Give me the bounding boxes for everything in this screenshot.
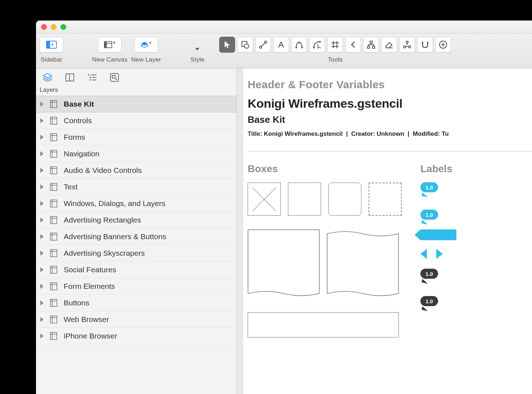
layer-row[interactable]: Advertising Skyscrapers (36, 245, 236, 261)
line-icon (259, 40, 267, 49)
text-tool[interactable] (273, 37, 289, 53)
layers-tab[interactable] (42, 72, 53, 82)
shape-tool[interactable] (237, 37, 253, 53)
box-placeholder-crossed[interactable] (248, 183, 281, 216)
layer-name: Base Kit (64, 100, 94, 108)
layer-name: Social Features (64, 265, 116, 274)
meta-title-value: Konigi Wireframes.gstencil (264, 130, 343, 137)
layer-row[interactable]: Text (36, 179, 236, 195)
disclosure-triangle-icon[interactable] (40, 151, 44, 156)
disclosure-triangle-icon[interactable] (40, 201, 44, 206)
layer-row[interactable]: Advertising Rectangles (36, 212, 236, 228)
line-tool[interactable] (255, 37, 271, 53)
toolbar: Sidebar New Canvas New Layer (36, 34, 532, 68)
label-bubble-light-2[interactable]: 1.0 (420, 209, 456, 221)
point-edit-tool[interactable] (309, 37, 325, 53)
zoom-window-button[interactable] (60, 24, 66, 30)
distribute-tool[interactable] (399, 37, 415, 53)
svg-point-44 (88, 74, 89, 76)
sidebar-toggle-button[interactable] (40, 37, 63, 53)
hierarchy-tool[interactable] (363, 37, 379, 53)
box-page-wave[interactable] (327, 229, 399, 298)
disclosure-triangle-icon[interactable] (40, 267, 44, 272)
new-canvas-label: New Canvas (92, 56, 127, 63)
disclosure-triangle-icon[interactable] (40, 317, 44, 322)
layer-name: Advertising Rectangles (64, 216, 141, 224)
disclosure-triangle-icon[interactable] (40, 102, 44, 107)
disclosure-triangle-icon[interactable] (40, 118, 44, 123)
close-window-button[interactable] (41, 24, 47, 30)
layer-row[interactable]: Forms (36, 129, 236, 145)
label-bubble-dark-1[interactable]: 1.0 (420, 268, 456, 280)
layer-row[interactable]: Audio & Video Controls (36, 162, 236, 179)
text-icon (277, 41, 285, 49)
svg-rect-68 (50, 183, 57, 191)
new-layer-icon (140, 40, 152, 49)
outline-tab[interactable] (86, 72, 98, 82)
box-square[interactable] (288, 183, 321, 216)
sidebar-panel: Layers Base Kit Controls Forms Navigatio… (36, 68, 237, 394)
box-wide[interactable] (248, 312, 399, 337)
labels-section-title: Labels (420, 163, 456, 175)
svg-rect-21 (313, 47, 315, 48)
svg-rect-83 (50, 266, 57, 273)
selection-tool[interactable] (219, 37, 235, 53)
svg-rect-80 (50, 250, 57, 257)
layer-row[interactable]: Web Browser (36, 311, 236, 328)
disclosure-triangle-icon[interactable] (40, 251, 44, 256)
minimize-window-button[interactable] (51, 24, 57, 30)
box-dashed[interactable] (369, 183, 402, 216)
disclosure-triangle-icon[interactable] (40, 168, 44, 173)
layer-row[interactable]: Buttons (36, 295, 236, 311)
meta-creator-prefix: Creator: (351, 130, 375, 137)
disclosure-triangle-icon[interactable] (40, 300, 44, 305)
selection-tab[interactable] (109, 72, 120, 82)
layer-row[interactable]: Social Features (36, 261, 236, 278)
layer-name: Advertising Skyscrapers (64, 249, 145, 258)
layer-list[interactable]: Base Kit Controls Forms Navigation Audio… (36, 96, 236, 394)
disclosure-triangle-icon[interactable] (40, 184, 44, 189)
label-bubble-light-1[interactable]: 1.0 (420, 181, 456, 193)
layer-row[interactable]: iPhone Browser (36, 328, 236, 344)
pen-tool[interactable] (291, 37, 307, 53)
svg-rect-19 (301, 47, 303, 48)
layer-row[interactable]: Windows, Dialogs, and Layers (36, 195, 236, 212)
add-tool[interactable] (435, 37, 451, 53)
svg-rect-22 (319, 41, 321, 42)
titlebar[interactable] (36, 21, 532, 34)
canvas-icon (50, 200, 57, 207)
layer-row[interactable]: Navigation (36, 145, 236, 162)
layer-row[interactable]: Controls (36, 112, 236, 129)
style-dropdown[interactable] (190, 37, 205, 53)
canvas-icon (50, 233, 57, 241)
layer-row[interactable]: Base Kit (36, 96, 236, 112)
disclosure-triangle-icon[interactable] (40, 218, 44, 223)
box-page-torn[interactable] (248, 229, 320, 298)
layer-name: Controls (64, 116, 92, 125)
canvases-icon (65, 73, 75, 82)
svg-rect-62 (50, 150, 57, 157)
label-bubble-dark-2[interactable]: 1.0 (420, 295, 456, 307)
new-canvas-button[interactable] (98, 37, 122, 53)
pen-icon (295, 40, 303, 49)
svg-rect-77 (50, 233, 57, 240)
disclosure-triangle-icon[interactable] (40, 333, 44, 339)
label-triangles[interactable] (420, 249, 456, 259)
disclosure-triangle-icon[interactable] (40, 135, 44, 140)
disclosure-triangle-icon[interactable] (40, 284, 44, 289)
svg-rect-92 (50, 316, 57, 323)
magnet-tool[interactable] (417, 37, 433, 53)
artboard-tool[interactable] (327, 37, 343, 53)
svg-rect-86 (50, 283, 57, 290)
layer-row[interactable]: Form Elements (36, 278, 236, 295)
canvas-area[interactable]: Header & Footer Variables Konigi Wirefra… (237, 68, 532, 394)
svg-point-48 (90, 79, 91, 81)
fill-tool[interactable] (381, 37, 397, 53)
new-layer-button[interactable] (134, 37, 158, 53)
canvases-tab[interactable] (64, 72, 76, 82)
box-rounded[interactable] (328, 183, 361, 216)
back-tool[interactable] (345, 37, 361, 53)
label-arrow-left[interactable] (420, 229, 456, 240)
disclosure-triangle-icon[interactable] (40, 234, 44, 239)
layer-row[interactable]: Advertising Banners & Buttons (36, 228, 236, 245)
